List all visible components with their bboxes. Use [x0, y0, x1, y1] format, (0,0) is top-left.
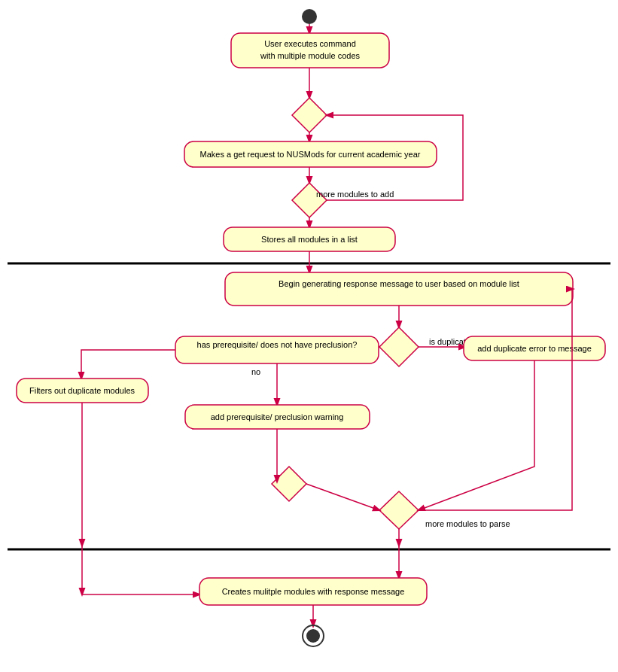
- label-no-prereq: no: [251, 367, 260, 376]
- node-begin-generating-text1: Begin generating response message to use…: [279, 279, 519, 288]
- node-creates-modules-text: Creates mulitple modules with response m…: [222, 587, 405, 596]
- node-user-command-text2: with multiple module codes: [260, 51, 361, 60]
- diamond-2-label: more modules to add: [316, 190, 394, 199]
- node-filter-duplicates-text: Filters out duplicate modules: [29, 386, 135, 395]
- label-more-modules: more modules to parse: [425, 519, 510, 528]
- node-begin-generating: [225, 272, 573, 306]
- node-user-command-text1: User executes command: [264, 39, 356, 48]
- end-node-inner: [306, 629, 320, 643]
- node-has-prereq-text1: has prerequisite/ does not have preclusi…: [197, 340, 358, 349]
- activity-diagram: User executes command with multiple modu…: [0, 0, 618, 672]
- start-node: [302, 9, 317, 24]
- node-get-request-text: Makes a get request to NUSMods for curre…: [200, 150, 421, 159]
- node-prereq-warning-text: add prerequisite/ preclusion warning: [211, 412, 344, 421]
- node-dup-error-text: add duplicate error to message: [477, 344, 592, 353]
- node-user-command: [231, 33, 389, 68]
- node-stores-modules-text: Stores all modules in a list: [261, 235, 358, 244]
